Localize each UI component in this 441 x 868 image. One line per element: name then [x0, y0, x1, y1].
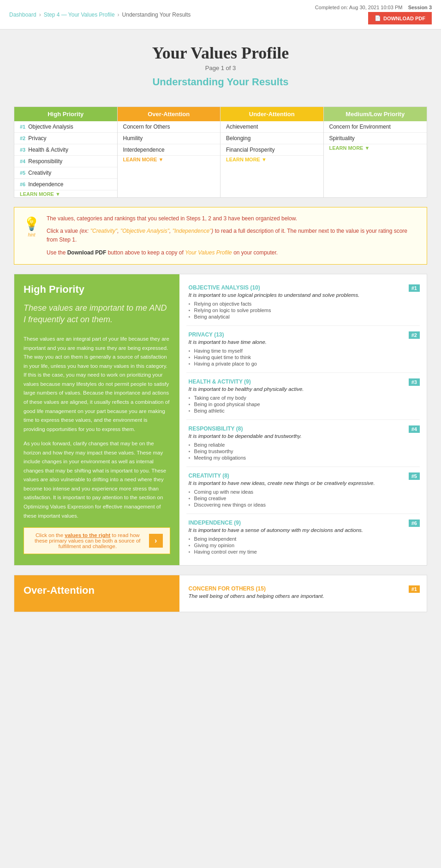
- cta-text: Click on the values to the right to read…: [31, 532, 144, 549]
- page-title: Your Values Profile: [9, 43, 432, 63]
- page-subtitle: Page 1 of 3: [9, 65, 432, 71]
- list-item: Being analytical: [189, 313, 417, 320]
- list-item[interactable]: #3Health & Activity: [14, 144, 117, 156]
- value-title-2: PRIVACY (13): [189, 331, 417, 338]
- high-priority-section: High Priority These values are important…: [14, 274, 427, 566]
- value-bullets-5: Coming up with new ideas Being creative …: [189, 489, 417, 508]
- list-item: Being trustworthy: [189, 448, 417, 455]
- list-item[interactable]: #1Objective Analysis: [14, 121, 117, 133]
- high-priority-learn-more[interactable]: LEARN MORE ▼: [14, 188, 66, 201]
- value-title-5: CREATIVITY (8): [189, 472, 417, 479]
- summary-grid: High Priority #1Objective Analysis #2Pri…: [14, 106, 427, 198]
- under-attention-header: Under-Attention: [220, 107, 323, 121]
- summary-col-over-attention: Over-Attention Concern for Others Humili…: [118, 107, 221, 197]
- list-item: Being in good physical shape: [189, 401, 417, 407]
- download-pdf-button[interactable]: 📄 DOWNLOAD PDF: [368, 12, 432, 24]
- value-badge-4: #4: [409, 425, 420, 433]
- list-item: Being reliable: [189, 442, 417, 448]
- breadcrumb-current: Understanding Your Results: [122, 12, 191, 18]
- value-bullets-3: Taking care of my body Being in good phy…: [189, 395, 417, 414]
- over-attention-right: #1 CONCERN FOR OTHERS (15) The well bein…: [179, 575, 427, 612]
- list-item: Taking care of my body: [189, 395, 417, 401]
- list-item[interactable]: Concern for Others: [118, 121, 220, 133]
- breadcrumb-sep2: ›: [118, 12, 119, 18]
- under-attention-learn-more[interactable]: LEARN MORE ▼: [220, 153, 272, 166]
- hint-independence-link[interactable]: "Independence": [173, 228, 212, 234]
- hint-line-1: The values, categories and rankings that…: [47, 214, 417, 223]
- value-card-objective-analysis[interactable]: #1 OBJECTIVE ANALYSIS (10) It is importa…: [186, 279, 420, 326]
- over-attention-left: Over-Attention: [14, 575, 179, 612]
- high-priority-left: High Priority These values are important…: [14, 274, 179, 565]
- over-attention-header: Over-Attention: [118, 107, 220, 121]
- value-desc-3: It is important to be healthy and physic…: [189, 386, 417, 392]
- list-item: Having a private place to go: [189, 360, 417, 367]
- breadcrumb-step4[interactable]: Step 4 — Your Values Profile: [44, 12, 115, 18]
- list-item[interactable]: Achievement: [220, 121, 323, 133]
- value-bullets-2: Having time to myself Having quiet time …: [189, 348, 417, 367]
- hp-desc-p2: As you look forward, clarify changes tha…: [24, 439, 170, 520]
- list-item: Relying on logic to solve problems: [189, 307, 417, 313]
- hint-creativity-link[interactable]: "Creativity": [90, 228, 118, 234]
- breadcrumb-dashboard[interactable]: Dashboard: [9, 12, 36, 18]
- oa-value-desc-1: The well being of others and helping oth…: [189, 593, 417, 599]
- list-item[interactable]: #2Privacy: [14, 133, 117, 144]
- list-item[interactable]: Belonging: [220, 133, 323, 144]
- hint-line-2: Click a value (ex: "Creativity", "Object…: [47, 227, 417, 244]
- value-title-3: HEALTH & ACTIVITY (9): [189, 378, 417, 385]
- value-card-health-activity[interactable]: #3 HEALTH & ACTIVITY (9) It is important…: [186, 373, 420, 420]
- list-item: Being independent: [189, 536, 417, 542]
- list-item[interactable]: #4Responsibility: [14, 156, 117, 167]
- value-desc-2: It is important to have time alone.: [189, 339, 417, 345]
- value-badge-3: #3: [409, 378, 420, 386]
- value-desc-1: It is important to use logical principle…: [189, 292, 417, 298]
- list-item: Being athletic: [189, 407, 417, 414]
- value-badge-2: #2: [409, 331, 420, 339]
- over-attention-learn-more[interactable]: LEARN MORE ▼: [118, 153, 169, 166]
- list-item: Having control over my time: [189, 549, 417, 555]
- summary-col-under-attention: Under-Attention Achievement Belonging Fi…: [220, 107, 324, 197]
- session-label: Session 3: [408, 5, 432, 10]
- value-card-creativity[interactable]: #5 CREATIVITY (8) It is important to hav…: [186, 467, 420, 514]
- section-title: Understanding Your Results: [9, 76, 432, 88]
- over-attention-heading: Over-Attention: [24, 585, 170, 596]
- hint-objective-link[interactable]: "Objective Analysis": [120, 228, 169, 234]
- list-item: Meeting my obligations: [189, 455, 417, 461]
- medium-low-header: Medium/Low Priority: [324, 107, 427, 121]
- hint-box: 💡 hint The values, categories and rankin…: [14, 207, 427, 265]
- medium-low-learn-more[interactable]: LEARN MORE ▼: [324, 142, 375, 154]
- list-item[interactable]: #5Creativity: [14, 167, 117, 179]
- value-badge-1: #1: [409, 284, 420, 292]
- pdf-icon: 📄: [375, 15, 381, 21]
- over-attention-section: Over-Attention #1 CONCERN FOR OTHERS (15…: [14, 575, 427, 612]
- session-info: Completed on: Aug 30, 2021 10:03 PM Sess…: [315, 5, 432, 10]
- value-card-independence[interactable]: #6 INDEPENDENCE (9) It is important to h…: [186, 514, 420, 561]
- high-priority-header: High Priority: [14, 107, 117, 121]
- value-card-responsibility[interactable]: #4 RESPONSIBILITY (8) It is important to…: [186, 420, 420, 467]
- page-header: Your Values Profile Page 1 of 3 Understa…: [0, 30, 441, 97]
- value-badge-5: #5: [409, 472, 420, 480]
- list-item: Relying on objective facts: [189, 301, 417, 307]
- list-item[interactable]: Concern for Environment: [324, 121, 427, 133]
- list-item: Coming up with new ideas: [189, 489, 417, 495]
- hint-text: The values, categories and rankings that…: [47, 214, 417, 257]
- value-desc-6: It is important to have a sense of auton…: [189, 527, 417, 533]
- value-badge-6: #6: [409, 520, 420, 527]
- value-card-concern-others[interactable]: #1 CONCERN FOR OTHERS (15) The well bein…: [186, 580, 420, 607]
- high-priority-cta: Click on the values to the right to read…: [24, 527, 170, 554]
- value-card-privacy[interactable]: #2 PRIVACY (13) It is important to have …: [186, 326, 420, 373]
- breadcrumb: Dashboard › Step 4 — Your Values Profile…: [9, 12, 191, 18]
- value-bullets-4: Being reliable Being trustworthy Meeting…: [189, 442, 417, 461]
- value-desc-5: It is important to have new ideas, creat…: [189, 480, 417, 486]
- cta-arrow-button[interactable]: ›: [149, 534, 163, 548]
- breadcrumb-sep1: ›: [39, 12, 41, 18]
- list-item: Having quiet time to think: [189, 354, 417, 360]
- value-bullets-6: Being independent Giving my opinion Havi…: [189, 536, 417, 555]
- list-item: Being creative: [189, 495, 417, 502]
- hint-label: hint: [28, 232, 35, 237]
- list-item: Having time to myself: [189, 348, 417, 354]
- value-title-1: OBJECTIVE ANALYSIS (10): [189, 284, 417, 291]
- high-priority-description: These values are an integral part of you…: [24, 335, 170, 520]
- hint-line-3: Use the Download PDF button above to kee…: [47, 248, 417, 257]
- list-item[interactable]: Humility: [118, 133, 220, 144]
- value-desc-4: It is important to be dependable and tru…: [189, 433, 417, 439]
